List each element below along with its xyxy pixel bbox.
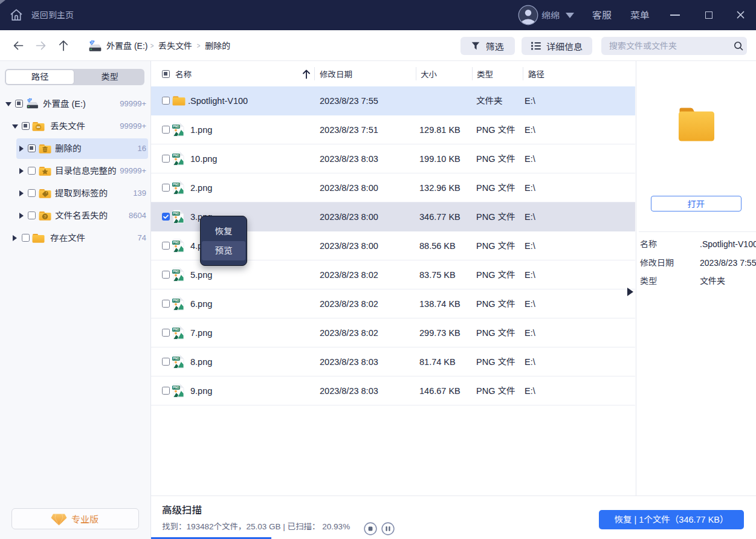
svg-text:?: ?: [44, 214, 47, 219]
